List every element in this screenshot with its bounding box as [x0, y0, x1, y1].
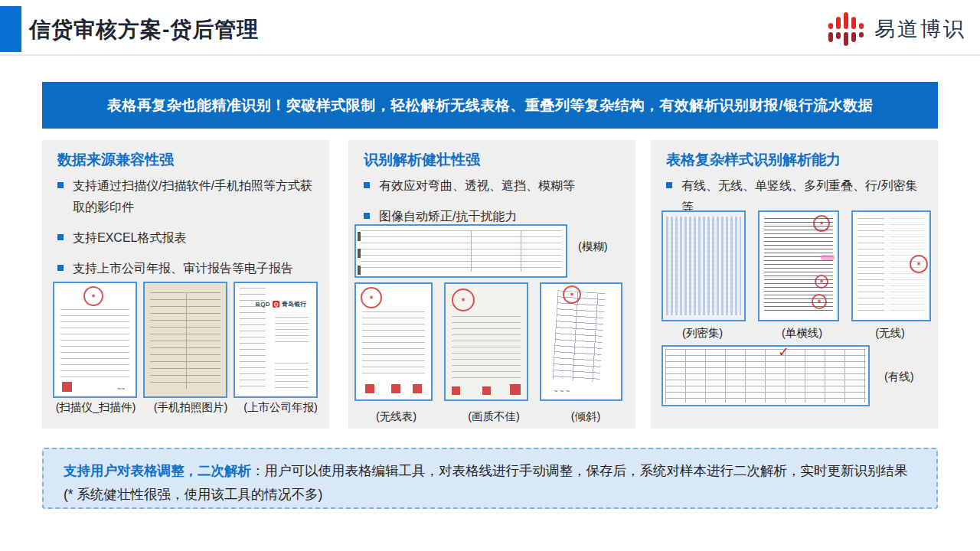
tilted-table-image: ~ ~ ~ [540, 282, 622, 401]
footer-note-box: 支持用户对表格调整，二次解析：用户可以使用表格编辑工具，对表格线进行手动调整，保… [42, 448, 938, 509]
page-title: 信贷审核方案-贷后管理 [29, 15, 259, 44]
bullet-square-icon [364, 213, 370, 219]
image-caption: (扫描仪_扫描件) [47, 400, 145, 415]
bullet-text: 支持通过扫描仪/扫描软件/手机拍照等方式获取的影印件 [73, 175, 318, 218]
company-logo: 易道博识 [828, 9, 966, 49]
panel-robustness: 识别解析健壮性强 有效应对弯曲、透视、遮挡、模糊等 图像自动矫正/抗干扰能力 (… [348, 140, 635, 429]
lined-table-image: ✓ [662, 345, 870, 406]
no-lines-image [851, 210, 931, 321]
blurry-table-image [354, 224, 567, 278]
bullet-text: 有效应对弯曲、透视、遮挡、模糊等 [379, 175, 575, 197]
bullet-item: 支持EXCEL格式报表 [57, 227, 318, 249]
report-brand-text: BQD [256, 301, 270, 308]
bullet-square-icon [666, 182, 672, 188]
panel-heading: 表格复杂样式识别解析能力 [666, 150, 841, 170]
bullet-item: 有效应对弯曲、透视、遮挡、模糊等 [364, 175, 625, 197]
image-caption: (列密集) [651, 326, 754, 341]
image-caption: (上市公司年报) [237, 400, 325, 415]
report-bank-text: 青岛银行 [282, 300, 306, 308]
lineless-table-image [354, 282, 433, 401]
captions-row: (列密集) (单横线) (无线) [651, 326, 938, 341]
header-bar: 信贷审核方案-贷后管理 易道博识 [0, 0, 980, 56]
sample-images-row [662, 210, 931, 321]
bullet-text: 支持上市公司年报、审计报告等电子报告 [73, 258, 293, 279]
image-caption: (手机拍照图片) [145, 400, 237, 415]
bullet-square-icon [57, 234, 64, 240]
bullet-square-icon [364, 182, 370, 188]
headline-banner-text: 表格再复杂也能精准识别！突破样式限制，轻松解析无线表格、重叠列等复杂结构，有效解… [107, 96, 873, 116]
slide-page: 信贷审核方案-贷后管理 易道博识 表格再复杂也能精准识别！突破样式限制，轻松解析… [0, 0, 980, 551]
image-caption: (无线) [850, 326, 930, 341]
image-caption: (无线表) [348, 409, 444, 424]
bullet-item: 支持上市公司年报、审计报告等电子报告 [57, 258, 318, 279]
annual-report-image: BQD Q 青岛银行 [234, 282, 318, 398]
sample-images-row: ~ ~ ~ [354, 282, 622, 401]
image-caption: (画质不佳) [444, 409, 544, 424]
panel-heading: 识别解析健壮性强 [364, 150, 480, 170]
image-caption: (模糊) [578, 240, 608, 254]
image-caption: (倾斜) [544, 409, 628, 424]
single-hline-image [758, 210, 839, 321]
bullet-square-icon [57, 265, 64, 271]
company-logo-text: 易道博识 [874, 15, 966, 43]
panel-data-sources: 数据来源兼容性强 支持通过扫描仪/扫描软件/手机拍照等方式获取的影印件 支持EX… [42, 140, 329, 429]
captions-row: (扫描仪_扫描件) (手机拍照图片) (上市公司年报) [47, 400, 325, 415]
sample-images-row: ~~ BQD Q 青岛银行 [53, 282, 318, 398]
dense-columns-image [662, 210, 746, 321]
panel-heading: 数据来源兼容性强 [57, 150, 174, 170]
bullet-square-icon [57, 182, 64, 188]
image-caption: (有线) [884, 370, 914, 384]
captions-row: (无线表) (画质不佳) (倾斜) [348, 409, 635, 424]
poor-quality-image [444, 282, 528, 401]
panel-complex-styles: 表格复杂样式识别解析能力 有线、无线、单竖线、多列重叠、行/列密集等 [651, 140, 938, 429]
red-check-mark-icon: ✓ [778, 345, 789, 360]
footer-note-highlight: 支持用户对表格调整，二次解析 [64, 463, 251, 478]
image-caption: (单横线) [754, 326, 850, 341]
bullet-list: 支持通过扫描仪/扫描软件/手机拍照等方式获取的影印件 支持EXCEL格式报表 支… [57, 175, 318, 289]
header-accent-block [0, 6, 21, 52]
soundwave-logo-icon [828, 11, 867, 47]
phone-photo-image [143, 282, 227, 398]
headline-banner: 表格再复杂也能精准识别！突破样式限制，轻松解析无线表格、重叠列等复杂结构，有效解… [42, 82, 938, 129]
scanned-document-image: ~~ [53, 282, 137, 398]
report-brand-q-icon: Q [273, 301, 279, 308]
bullet-item: 支持通过扫描仪/扫描软件/手机拍照等方式获取的影印件 [57, 175, 318, 218]
bullet-text: 支持EXCEL格式报表 [73, 227, 186, 249]
